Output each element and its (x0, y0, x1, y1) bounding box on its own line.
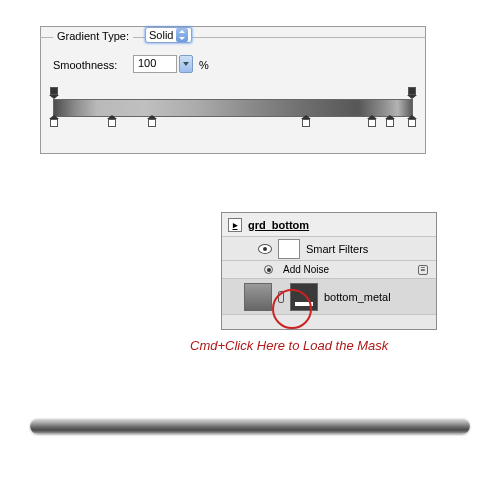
annotation-text: Cmd+Click Here to Load the Mask (190, 338, 388, 353)
layer-name: bottom_metal (324, 291, 391, 303)
percent-label: % (199, 59, 209, 71)
updown-arrows-icon (176, 28, 188, 42)
color-stop[interactable] (301, 119, 311, 131)
layer-thumbnail[interactable] (244, 283, 272, 311)
gradient-editor-panel: Gradient Type: Solid Smoothness: 100 % (40, 26, 426, 154)
color-stop[interactable] (385, 119, 395, 131)
smoothness-input[interactable]: 100 (133, 55, 177, 73)
filter-options-icon[interactable]: ≡ (418, 265, 428, 275)
color-stop[interactable] (367, 119, 377, 131)
smoothness-label: Smoothness: (53, 59, 117, 71)
layer-row[interactable]: bottom_metal (222, 279, 436, 315)
filter-mask-thumbnail[interactable] (278, 239, 300, 259)
color-stop[interactable] (107, 119, 117, 131)
group-name: grd_bottom (248, 219, 309, 231)
smoothness-dropdown-icon[interactable] (179, 55, 193, 73)
gradient-type-label: Gradient Type: (53, 30, 133, 42)
opacity-stop[interactable] (407, 87, 417, 99)
layer-group-row[interactable]: ▸ grd_bottom (222, 213, 436, 237)
link-icon[interactable] (278, 291, 284, 303)
color-stop[interactable] (407, 119, 417, 131)
layer-mask-thumbnail[interactable] (290, 283, 318, 311)
visibility-eye-icon[interactable] (258, 244, 272, 254)
color-stop[interactable] (147, 119, 157, 131)
color-stop[interactable] (49, 119, 59, 131)
gradient-type-select[interactable]: Solid (145, 27, 192, 43)
smart-filters-row[interactable]: Smart Filters (222, 237, 436, 261)
gradient-type-value: Solid (149, 29, 173, 41)
layers-panel: ▸ grd_bottom Smart Filters Add Noise ≡ b… (221, 212, 437, 330)
filter-visibility-icon[interactable] (264, 265, 273, 274)
rendered-metal-bar (30, 418, 470, 434)
filter-item-row[interactable]: Add Noise ≡ (222, 261, 436, 279)
smoothness-value: 100 (138, 57, 156, 69)
expand-triangle-icon[interactable]: ▸ (228, 218, 242, 232)
opacity-stop[interactable] (49, 87, 59, 99)
filter-name: Add Noise (283, 264, 329, 275)
smart-filters-label: Smart Filters (306, 243, 368, 255)
